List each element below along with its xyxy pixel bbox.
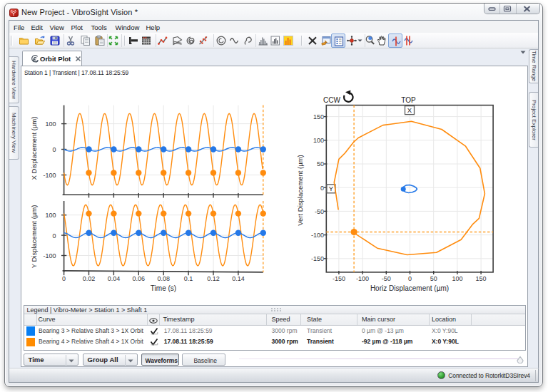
svg-text:Time (s): Time (s) bbox=[151, 284, 176, 292]
svg-text:0.12: 0.12 bbox=[207, 275, 220, 282]
svg-text:100: 100 bbox=[452, 275, 462, 282]
svg-text:0: 0 bbox=[62, 275, 66, 282]
svg-text:150: 150 bbox=[476, 275, 487, 282]
svg-text:-100: -100 bbox=[43, 252, 56, 259]
svg-text:100: 100 bbox=[45, 212, 56, 219]
svg-text:Vert Displacement (µm): Vert Displacement (µm) bbox=[296, 155, 304, 225]
svg-text:0: 0 bbox=[52, 232, 56, 239]
svg-text:CCW: CCW bbox=[323, 96, 340, 104]
svg-text:100: 100 bbox=[45, 120, 56, 128]
svg-text:Y: Y bbox=[329, 185, 334, 192]
svg-text:0.02: 0.02 bbox=[83, 275, 96, 282]
svg-text:Y Displacement (µm): Y Displacement (µm) bbox=[30, 205, 38, 269]
svg-text:Horiz Displacement (µm): Horiz Displacement (µm) bbox=[370, 284, 449, 292]
svg-text:0.06: 0.06 bbox=[133, 275, 146, 282]
svg-text:0: 0 bbox=[52, 146, 56, 153]
svg-text:150: 150 bbox=[313, 113, 324, 120]
svg-text:0: 0 bbox=[408, 275, 412, 282]
svg-text:TOP: TOP bbox=[401, 96, 416, 104]
svg-text:-100: -100 bbox=[356, 275, 369, 282]
svg-text:-150: -150 bbox=[311, 255, 324, 262]
svg-text:0.08: 0.08 bbox=[157, 275, 170, 282]
svg-text:0.04: 0.04 bbox=[108, 275, 121, 282]
svg-text:X Displacement (µm): X Displacement (µm) bbox=[30, 117, 38, 180]
svg-text:-50: -50 bbox=[315, 208, 324, 215]
svg-text:0.1: 0.1 bbox=[184, 275, 193, 282]
svg-text:X: X bbox=[407, 106, 412, 114]
svg-text:50: 50 bbox=[430, 275, 437, 282]
svg-text:-100: -100 bbox=[311, 232, 324, 239]
svg-text:-50: -50 bbox=[382, 275, 391, 282]
svg-text:100: 100 bbox=[313, 137, 324, 144]
svg-text:50: 50 bbox=[317, 160, 324, 167]
svg-text:0.14: 0.14 bbox=[232, 275, 245, 282]
svg-text:-100: -100 bbox=[43, 172, 56, 179]
svg-text:-150: -150 bbox=[333, 275, 345, 282]
svg-text:0: 0 bbox=[320, 185, 324, 192]
